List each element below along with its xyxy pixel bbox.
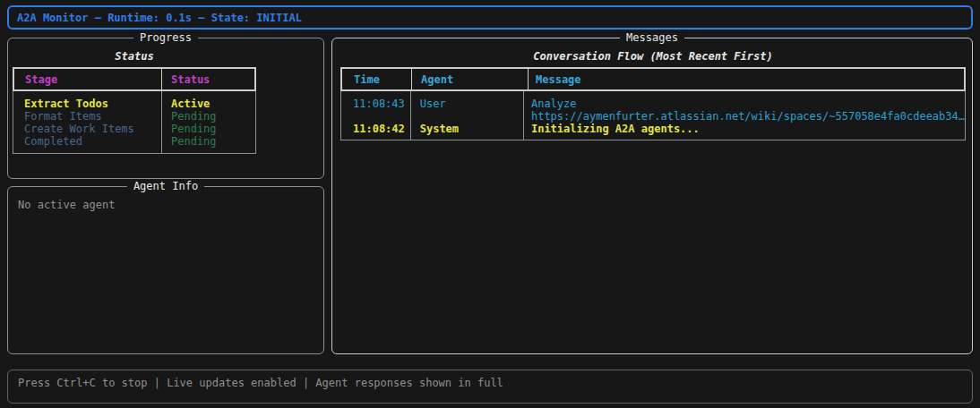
agent-info-panel: Agent Info No active agent [7,186,324,354]
message-url-link[interactable]: https://aymenfurter.atlassian.net/wiki/s… [524,110,965,123]
agent-cell: User [411,98,523,110]
stage-cell: Extract Todos [13,98,161,110]
status-cell: Pending [162,110,255,123]
status-table: Stage Status Extract Todos Format Items … [13,67,256,154]
footer-hint-bar: Press Ctrl+C to stop | Live updates enab… [7,370,973,404]
header-bar: A2A Monitor — Runtime: 0.1s — State: INI… [7,5,973,30]
status-table-header: Stage Status [13,67,256,91]
stage-cell: Create Work Items [13,123,161,135]
app-title: A2A Monitor — Runtime: 0.1s — State: INI… [17,12,302,24]
message-column: Analyze https://aymenfurter.atlassian.ne… [523,91,965,140]
messages-table-body: 11:08:43 11:08:42 User System Analyze ht… [340,91,966,140]
status-column: Active Pending Pending Pending [161,91,255,153]
progress-panel: Progress Status Stage Status Extract Tod… [7,38,324,179]
time-column: 11:08:43 11:08:42 [341,91,410,140]
status-cell: Pending [162,123,255,135]
messages-panel-title: Messages [620,31,684,45]
column-header-agent: Agent [411,69,528,89]
footer-hint-text: Press Ctrl+C to stop | Live updates enab… [18,377,503,389]
column-header-message: Message [528,69,964,89]
status-cell: Active [162,98,255,110]
time-cell: 11:08:42 [341,123,410,135]
agent-info-panel-title: Agent Info [127,180,204,193]
messages-panel: Messages Conversation Flow (Most Recent … [331,38,973,354]
message-cell: Initializing A2A agents... [524,123,965,135]
stage-cell: Completed [13,135,161,148]
stage-column: Extract Todos Format Items Create Work I… [13,91,161,153]
agent-cell: System [411,123,523,135]
column-header-stage: Stage [14,69,161,89]
column-header-time: Time [342,69,411,89]
stage-cell: Format Items [13,110,161,123]
progress-panel-title: Progress [133,31,198,45]
messages-table: Time Agent Message 11:08:43 11:08:42 Use… [340,67,966,140]
status-table-body: Extract Todos Format Items Create Work I… [13,91,256,154]
status-cell: Pending [162,135,255,148]
messages-table-header: Time Agent Message [340,67,966,91]
status-table-title: Status [13,50,256,63]
time-cell: 11:08:43 [341,98,410,110]
agent-column: User System [410,91,523,140]
message-cell: Analyze [524,98,965,110]
column-header-status: Status [161,69,254,89]
conversation-flow-title: Conversation Flow (Most Recent First) [340,50,966,63]
a2a-monitor-app: A2A Monitor — Runtime: 0.1s — State: INI… [0,0,980,408]
